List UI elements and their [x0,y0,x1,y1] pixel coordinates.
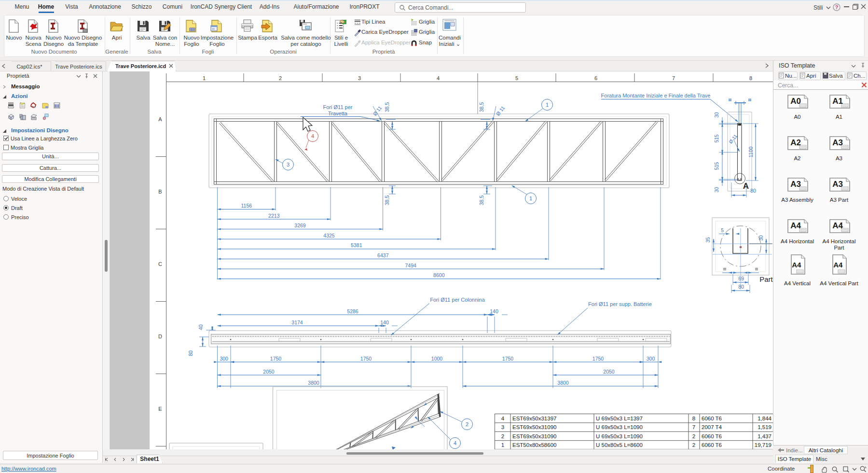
svg-text:Ø 11: Ø 11 [495,105,506,117]
svg-text:Part: Part [759,275,773,283]
svg-text:80: 80 [750,188,756,194]
svg-text:Ø 11: Ø 11 [728,133,738,145]
svg-text:Fori Ø11 per: Fori Ø11 per [323,104,353,110]
svg-text:1000: 1000 [431,356,443,362]
svg-text:5381: 5381 [351,242,362,248]
svg-text:2007 T4: 2007 T4 [702,424,722,430]
svg-text:A3: A3 [790,180,801,189]
svg-text:A2: A2 [790,138,801,147]
svg-text:1750: 1750 [270,356,282,362]
svg-text:U 50x80x5 L=8600: U 50x80x5 L=8600 [596,442,643,448]
svg-text:U 69x50x3 L=1090: U 69x50x3 L=1090 [596,424,643,430]
svg-text:D: D [158,334,162,339]
svg-text:5: 5 [515,75,518,81]
svg-text:E: E [158,406,162,412]
svg-text:3800: 3800 [557,380,569,386]
svg-text:A4: A4 [832,221,843,230]
svg-text:?: ? [835,4,839,10]
svg-text:A4: A4 [833,261,843,269]
svg-text:140: 140 [380,320,389,325]
svg-text:6060 T6: 6060 T6 [702,442,722,448]
svg-text:Fori Ø11 per supp. Batterie: Fori Ø11 per supp. Batterie [588,301,652,307]
svg-text:38,5: 38,5 [479,195,484,206]
svg-text:2: 2 [501,433,504,439]
svg-text:8: 8 [749,75,752,81]
svg-text:40: 40 [198,324,204,330]
svg-text:2: 2 [279,75,282,81]
svg-text:300: 300 [220,356,228,362]
svg-text:U 69x50x3 L=1397: U 69x50x3 L=1397 [596,416,643,421]
svg-text:2050: 2050 [603,369,615,375]
svg-text:30: 30 [758,235,764,241]
svg-text:6060 T6: 6060 T6 [702,433,722,439]
svg-text:U 69x50x3 L=1090: U 69x50x3 L=1090 [596,433,643,439]
svg-text:3174: 3174 [291,320,303,325]
svg-text:2213: 2213 [268,213,280,219]
svg-text:4325: 4325 [323,233,335,238]
svg-text:1,519: 1,519 [758,424,772,430]
svg-text:5: 5 [721,228,724,233]
svg-text:5286: 5286 [347,308,358,314]
svg-text:4: 4 [437,75,440,81]
svg-text:1: 1 [501,442,504,448]
svg-text:1750: 1750 [502,356,514,362]
svg-text:3800: 3800 [308,380,319,386]
svg-text:38,5: 38,5 [479,102,484,112]
svg-text:35: 35 [705,237,711,243]
svg-text:1750: 1750 [592,356,604,362]
svg-text:1750: 1750 [360,356,372,362]
svg-text:A: A [158,116,162,122]
svg-text:1156: 1156 [241,203,252,209]
svg-text:6437: 6437 [377,252,389,258]
svg-text:6060 T6: 6060 T6 [702,416,722,421]
svg-text:7: 7 [672,75,675,81]
svg-text:A1: A1 [832,97,843,106]
svg-text:3: 3 [501,424,504,430]
svg-text:3: 3 [358,75,361,81]
svg-text:EST69x50x31090: EST69x50x31090 [512,433,556,439]
svg-text:7494: 7494 [405,263,417,268]
svg-text:2: 2 [692,433,695,439]
svg-text:80: 80 [188,350,193,356]
svg-text:EST69x50x31090: EST69x50x31090 [512,424,556,430]
svg-text:1: 1 [529,195,532,201]
svg-text:1: 1 [546,102,549,108]
svg-text:A: A [743,181,749,191]
svg-text:80: 80 [738,284,744,290]
svg-text:8600: 8600 [433,272,445,278]
svg-text:C: C [158,261,162,267]
svg-text:A4: A4 [792,261,801,269]
svg-text:Foratura Montante Iniziale e F: Foratura Montante Iniziale e Finale dell… [601,93,711,98]
svg-text:A0: A0 [790,97,801,106]
svg-text:1100: 1100 [748,147,754,158]
svg-text:A3: A3 [832,180,843,189]
svg-text:4: 4 [501,416,505,421]
svg-text:Travetta: Travetta [328,111,348,116]
svg-text:6: 6 [594,75,597,81]
svg-text:4: 4 [311,133,314,139]
svg-text:515: 515 [714,134,719,142]
svg-text:1,437: 1,437 [758,433,772,439]
svg-text:4: 4 [454,440,456,446]
svg-text:B: B [158,189,162,195]
svg-text:2: 2 [466,421,468,427]
svg-text:38,5: 38,5 [384,195,390,206]
svg-text:1,844: 1,844 [758,416,772,421]
svg-text:515: 515 [714,162,719,170]
svg-text:300: 300 [647,356,655,362]
svg-text:38,5: 38,5 [384,102,390,112]
svg-text:A4: A4 [790,221,801,230]
svg-text:3: 3 [287,162,289,167]
svg-text:EST50x80x58600: EST50x80x58600 [512,442,556,448]
svg-text:30: 30 [714,112,719,118]
svg-text:A3: A3 [832,138,843,147]
svg-text:Fori Ø11 per Colonnina: Fori Ø11 per Colonnina [430,297,485,303]
svg-text:8: 8 [692,416,695,421]
svg-text:2050: 2050 [263,369,275,375]
svg-text:140: 140 [490,308,498,314]
svg-text:EST69x50x31397: EST69x50x31397 [512,416,556,421]
svg-text:19,719: 19,719 [755,442,772,448]
svg-text:30: 30 [714,187,719,193]
svg-text:7: 7 [692,424,695,430]
svg-text:1: 1 [203,75,206,81]
